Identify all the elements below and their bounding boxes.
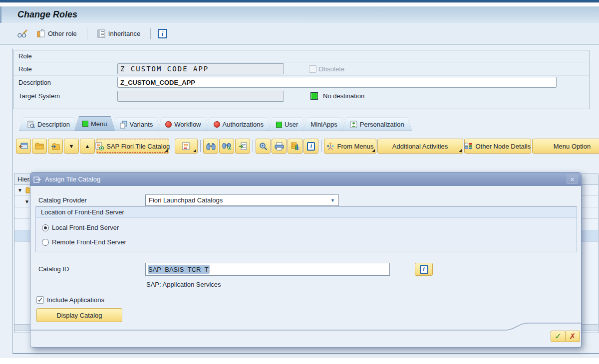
obsolete-checkbox[interactable]	[309, 65, 316, 73]
local-server-label: Local Front-End Server	[52, 224, 119, 231]
tab-authorizations[interactable]: Authorizations	[206, 118, 272, 131]
role-row: Role Obsolete	[13, 62, 590, 76]
dropdown-corner-icon	[165, 149, 168, 152]
folder-arrow-icon	[51, 143, 60, 150]
tab-personalization[interactable]: Personalization	[342, 118, 412, 131]
remote-server-option[interactable]: Remote Front-End Server	[42, 238, 126, 246]
info-icon: i	[420, 265, 428, 274]
check-icon: ✓	[555, 333, 561, 341]
include-applications-label: Include Applications	[47, 296, 104, 304]
delete-node-button[interactable]	[175, 139, 198, 154]
printer-icon	[275, 142, 284, 151]
node-info-button[interactable]: i	[303, 139, 318, 154]
from-menus-button[interactable]: From Menus	[324, 139, 376, 154]
glasses-pen-icon	[17, 29, 28, 38]
menu-options-button[interactable]: Menu Option	[532, 139, 599, 154]
target-system-field[interactable]	[117, 91, 284, 102]
toolbar-separator	[253, 140, 253, 152]
title-bar: Change Roles	[0, 6, 599, 23]
radio-unselected-icon[interactable]	[42, 239, 49, 246]
checkbox-checked-icon[interactable]	[36, 296, 44, 304]
from-menus-label: From Menus	[337, 143, 373, 150]
cancel-button[interactable]: ✗	[565, 331, 580, 342]
red-circle-icon	[165, 121, 172, 128]
sap-fiori-tile-catalog-button[interactable]: SAP Fiori Tile Catalog	[96, 139, 169, 154]
expanded-node-icon[interactable]: ▼	[24, 199, 29, 204]
tab-user[interactable]: User	[268, 118, 306, 131]
local-server-option[interactable]: Local Front-End Server	[42, 224, 119, 231]
move-up-button[interactable]: ▲	[80, 139, 95, 154]
display-catalog-button[interactable]: Display Catalog	[36, 308, 122, 322]
catalog-provider-dropdown[interactable]: Fiori Launchpad Catalogs ▼	[145, 194, 339, 206]
text-cursor	[210, 265, 210, 273]
page-title: Change Roles	[17, 9, 77, 20]
tab-workflow[interactable]: Workflow	[157, 118, 209, 131]
target-system-label: Target System	[13, 92, 117, 100]
catalog-id-field[interactable]: SAP_BASIS_TCR_T	[145, 263, 390, 276]
other-role-button[interactable]: Other role	[34, 28, 80, 39]
tab-strip: Description Menu Variants	[13, 116, 599, 131]
dialog-title-bar[interactable]: Assign Tile Catalog ✕	[30, 173, 581, 186]
sap-gui-window: Change Roles Other role	[0, 0, 599, 364]
detail-grid-icon	[464, 143, 473, 150]
find-button[interactable]	[203, 139, 218, 154]
description-label: Description	[13, 79, 117, 86]
remote-server-label: Remote Front-End Server	[52, 238, 126, 246]
other-node-details-button[interactable]: Other Node Details	[464, 139, 532, 154]
find-next-button[interactable]	[219, 139, 234, 154]
toolbar-separator	[172, 140, 172, 152]
include-applications-option[interactable]: Include Applications	[36, 296, 104, 304]
tab-menu[interactable]: Menu	[74, 116, 115, 131]
status-led-green	[310, 92, 318, 100]
confirm-button[interactable]: ✓	[551, 331, 566, 342]
obsolete-label: Obsolete	[318, 65, 344, 73]
document-magnifier-icon	[27, 121, 35, 129]
info-icon[interactable]: i	[158, 29, 167, 38]
binoculars-plus-icon	[222, 142, 232, 150]
tab-label: Authorizations	[223, 121, 264, 128]
copy-sheets-icon	[120, 121, 127, 129]
expanded-node-icon[interactable]: ▼	[17, 187, 22, 193]
dialog-footer-divider	[30, 321, 581, 334]
additional-activities-label: Additional Activities	[392, 143, 448, 150]
list-plus-icon	[95, 142, 104, 151]
top-gap	[0, 2, 599, 6]
transaction-button[interactable]	[16, 139, 31, 154]
catalog-info-button[interactable]: i	[415, 263, 433, 276]
scatter-arrows-icon	[326, 142, 334, 150]
toolbar-separator	[200, 140, 201, 152]
translate-node-button[interactable]	[235, 139, 250, 154]
tab-description[interactable]: Description	[19, 118, 78, 131]
role-group-title: Role	[13, 50, 590, 62]
display-change-toggle-button[interactable]	[14, 27, 31, 40]
additional-activities-button[interactable]: Additional Activities	[377, 139, 463, 154]
description-row: Description	[13, 76, 590, 89]
print-button[interactable]	[272, 139, 287, 154]
menu-toolbar: ▼ ▲ SAP Fiori Tile Catalog	[13, 138, 599, 155]
x-icon: ✗	[569, 333, 576, 341]
list-icon	[97, 29, 106, 38]
tab-miniapps[interactable]: MiniApps	[302, 118, 345, 131]
info-icon: i	[307, 142, 315, 151]
insert-folder-button[interactable]	[48, 139, 63, 154]
radio-selected-icon[interactable]	[42, 224, 49, 231]
green-square-icon	[82, 121, 88, 127]
target-system-row: Target System No destination	[13, 89, 590, 103]
zoom-button[interactable]	[256, 139, 271, 154]
dropdown-corner-icon	[193, 149, 196, 152]
description-field[interactable]	[117, 77, 557, 88]
move-up-icon: ▲	[85, 144, 90, 149]
chart-button[interactable]	[288, 139, 302, 154]
person-icon	[350, 121, 357, 128]
assign-tile-catalog-dialog: Assign Tile Catalog ✕ Catalog Provider F…	[30, 172, 582, 348]
inheritance-button[interactable]: Inheritance	[94, 28, 143, 39]
move-down-button[interactable]: ▼	[64, 139, 79, 154]
application-toolbar: Other role Inheritance i	[0, 23, 599, 45]
tab-variants[interactable]: Variants	[112, 118, 161, 131]
toolbar-separator	[321, 140, 321, 152]
role-field[interactable]	[117, 63, 284, 74]
close-icon[interactable]: ✕	[567, 175, 578, 184]
folder-icon	[35, 143, 44, 150]
tab-label: MiniApps	[310, 121, 337, 128]
create-folder-button[interactable]	[32, 139, 47, 154]
